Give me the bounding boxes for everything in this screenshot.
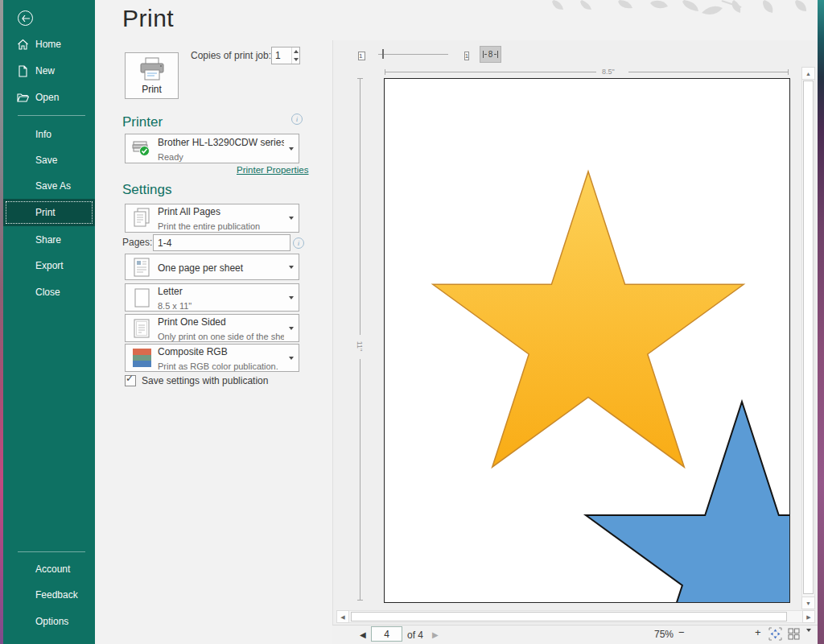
sidebar-item-label: Info <box>35 129 52 140</box>
sidebar-item-feedback[interactable]: Feedback <box>3 584 95 606</box>
pages-info-icon[interactable]: i <box>293 237 304 249</box>
desktop-edge-left <box>0 0 3 644</box>
sidebar-item-label: Save <box>35 155 57 166</box>
backstage-sidebar: Home New Open Info Save Save As Print <box>3 0 95 644</box>
paper-size-combo[interactable]: Letter 8.5 x 11" <box>125 283 299 312</box>
chevron-down-icon <box>284 357 299 360</box>
preview-zoom-slider-track[interactable] <box>378 54 448 55</box>
sidebar-item-options[interactable]: Options <box>3 610 95 633</box>
sidebar-item-export[interactable]: Export <box>3 254 95 277</box>
height-ruler-line <box>360 79 360 335</box>
printer-status: Ready <box>158 152 183 162</box>
combo-title: Letter <box>158 286 183 297</box>
status-bar <box>332 625 818 644</box>
copies-stepper[interactable] <box>271 47 300 64</box>
sidebar-item-print[interactable]: Print <box>3 199 95 226</box>
settings-section-heading: Settings <box>122 182 171 198</box>
spin-up-button[interactable] <box>292 47 299 56</box>
sidebar-item-label: Print <box>35 207 56 218</box>
back-arrow-icon <box>22 15 30 22</box>
scroll-left-button[interactable]: ◀ <box>336 610 349 623</box>
combo-subtitle: 8.5 x 11" <box>158 301 192 311</box>
chevron-down-icon <box>284 327 299 330</box>
sidebar-item-info[interactable]: Info <box>3 123 95 146</box>
spin-down-button[interactable] <box>292 56 299 64</box>
print-range-combo[interactable]: Print All Pages Print the entire publica… <box>125 204 299 233</box>
sidebar-item-close[interactable]: Close <box>3 281 95 303</box>
pages-label: Pages: <box>122 237 152 248</box>
scroll-down-button[interactable]: ▼ <box>801 597 815 609</box>
chevron-down-icon <box>284 266 299 269</box>
back-button[interactable] <box>18 10 33 26</box>
print-sides-combo[interactable]: Print One Sided Only print on one side o… <box>125 314 299 342</box>
chevron-down-icon <box>284 217 299 220</box>
vertical-scrollbar-thumb[interactable] <box>803 80 814 594</box>
zoom-out-button[interactable]: − <box>678 627 685 638</box>
sidebar-item-label: Export <box>35 260 64 271</box>
width-ruler-line <box>628 72 788 72</box>
fit-to-page-icon <box>768 627 782 641</box>
view-options-caret[interactable] <box>806 632 811 644</box>
current-page-input[interactable] <box>371 626 402 642</box>
sidebar-item-account[interactable]: Account <box>3 558 95 580</box>
sidebar-divider <box>18 115 85 116</box>
fit-page-view-button[interactable]: 1 <box>464 52 469 60</box>
sidebar-item-label: Open <box>35 92 59 103</box>
page-icon-number: 1 <box>359 52 362 60</box>
fit-to-page-button[interactable] <box>768 627 782 644</box>
pages-per-sheet-combo[interactable]: One page per sheet <box>125 254 299 280</box>
sidebar-item-label: Save As <box>35 180 71 192</box>
sidebar-item-label: Feedback <box>35 589 78 601</box>
chevron-down-icon <box>284 147 299 151</box>
width-ruler-cap-right <box>788 69 789 75</box>
printer-info-icon[interactable]: i <box>291 114 303 125</box>
ruler-toggle-button[interactable]: 8 <box>480 46 501 63</box>
single-page-view-button[interactable]: 1 <box>358 52 365 60</box>
height-ruler-cap-bottom <box>357 600 363 601</box>
view-multiple-pages-button[interactable] <box>788 628 800 643</box>
checkmark-icon: ✓ <box>126 373 134 384</box>
blue-star <box>586 402 789 602</box>
zoom-in-button[interactable]: + <box>755 627 761 638</box>
printer-selector-combo[interactable]: Brother HL-L3290CDW series Ready <box>125 134 299 163</box>
sidebar-item-new[interactable]: New <box>3 60 95 82</box>
next-page-button[interactable]: ▶ <box>432 630 439 639</box>
page-content <box>385 79 789 602</box>
sidebar-item-save-as[interactable]: Save As <box>3 175 95 197</box>
color-mode-combo[interactable]: Composite RGB Print as RGB color publica… <box>125 344 299 372</box>
pages-input[interactable] <box>153 234 290 251</box>
printer-section-heading: Printer <box>122 114 163 130</box>
open-folder-icon <box>17 92 29 104</box>
scroll-up-button[interactable]: ▲ <box>801 67 815 80</box>
chevron-down-icon <box>284 296 299 299</box>
print-preview-page <box>384 78 790 603</box>
sidebar-item-share[interactable]: Share <box>3 229 95 251</box>
print-all-pages-icon <box>132 208 151 229</box>
yellow-star <box>433 171 744 467</box>
height-ruler-line <box>360 359 360 601</box>
combo-subtitle: Only print on one side of the sheet <box>158 332 284 341</box>
print-button[interactable]: Print <box>125 52 179 99</box>
leaves-decoration <box>531 0 818 29</box>
save-settings-checkbox[interactable]: ✓ <box>125 375 136 386</box>
sidebar-item-label: Options <box>35 616 68 627</box>
sidebar-item-home[interactable]: Home <box>3 33 95 56</box>
printer-name: Brother HL-L3290CDW series <box>158 137 284 148</box>
previous-page-button[interactable]: ◀ <box>360 630 366 639</box>
composite-rgb-icon <box>133 349 151 367</box>
sidebar-item-label: Close <box>35 287 60 298</box>
copies-input[interactable] <box>272 47 291 64</box>
scroll-right-button[interactable]: ▶ <box>802 610 815 623</box>
combo-title: Print All Pages <box>158 206 220 217</box>
preview-zoom-slider-thumb[interactable] <box>382 49 384 59</box>
horizontal-scrollbar-thumb[interactable] <box>351 612 787 621</box>
printer-properties-link[interactable]: Printer Properties <box>237 165 308 175</box>
sidebar-item-save[interactable]: Save <box>3 149 95 171</box>
desktop-edge-right <box>818 0 824 644</box>
sidebar-item-open[interactable]: Open <box>3 86 95 109</box>
save-settings-row: ✓ Save settings with publication <box>125 375 268 386</box>
sidebar-item-label: Home <box>35 39 61 50</box>
zoom-percent-label: 75% <box>654 629 674 640</box>
copies-spin-arrows <box>291 47 299 64</box>
sidebar-item-label: Share <box>35 234 61 246</box>
